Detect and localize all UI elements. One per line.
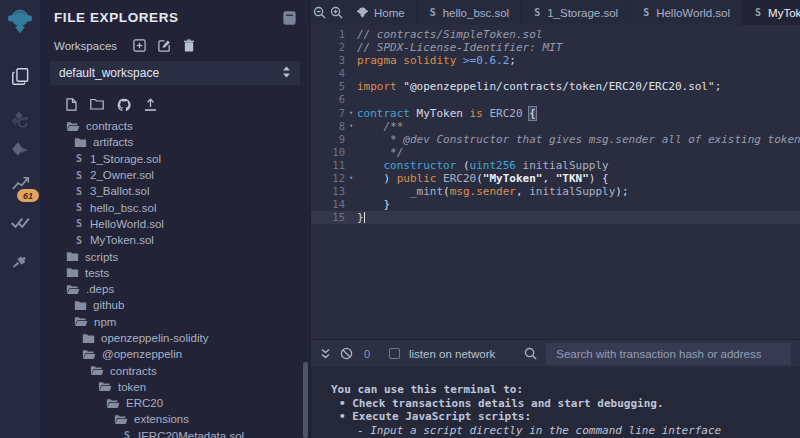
transaction-search-input[interactable] <box>546 343 791 365</box>
analytics-badge: 61 <box>17 189 39 202</box>
tab-MyToken.s[interactable]: SMyToken.s <box>742 0 800 25</box>
code-line-8[interactable]: 8▾ /** <box>311 120 800 133</box>
remix-ide-window: 61 FILE EXPLORERS Wo <box>0 0 800 438</box>
code-line-5[interactable]: 5import "@openzeppelin/contracts/token/E… <box>311 80 800 93</box>
deploy-run-icon[interactable] <box>0 135 40 165</box>
code-line-1[interactable]: 1// contracts/SimpleToken.sol <box>311 28 800 41</box>
file-explorer-icon[interactable] <box>0 61 40 91</box>
tree-item-artifacts[interactable]: artifacts <box>40 134 310 150</box>
code-text: pragma solidity >=0.6.2; <box>357 54 516 67</box>
tree-item-ERC20[interactable]: ERC20 <box>40 395 310 411</box>
tree-item-MyToken.sol[interactable]: SMyToken.sol <box>40 232 310 248</box>
line-number: 12 <box>311 172 345 185</box>
line-number: 2 <box>311 41 345 54</box>
analytics-chart-icon[interactable]: 61 <box>0 167 40 197</box>
code-line-2[interactable]: 2// SPDX-License-Identifier: MIT <box>311 41 800 54</box>
new-folder-icon[interactable] <box>90 98 104 112</box>
new-file-icon[interactable] <box>66 98 77 112</box>
upload-file-icon[interactable] <box>144 98 157 112</box>
tree-item-contracts[interactable]: contracts <box>40 362 310 378</box>
zoom-in-icon[interactable] <box>328 0 345 25</box>
zoom-out-icon[interactable] <box>311 0 328 25</box>
tree-item-label: openzeppelin-solidity <box>101 332 208 344</box>
tree-item-github[interactable]: github <box>40 297 310 313</box>
solidity-compiler-icon[interactable] <box>0 105 40 135</box>
delete-workspace-icon[interactable] <box>183 39 195 52</box>
clone-github-icon[interactable] <box>117 98 131 112</box>
workspace-select[interactable]: default_workspace <box>50 61 300 85</box>
code-line-11[interactable]: 11 constructor (uint256 initialSupply <box>311 159 800 172</box>
tree-item-label: artifacts <box>93 136 133 148</box>
tree-item-extensions[interactable]: extensions <box>40 411 310 427</box>
code-line-7[interactable]: 7▾contract MyToken is ERC20 { <box>311 107 800 120</box>
tab-label: 1_Storage.sol <box>547 7 618 19</box>
file-sol-icon: S <box>74 235 84 246</box>
tree-item-1_Storage.sol[interactable]: S1_Storage.sol <box>40 151 310 167</box>
terminal-header: 0 listen on network <box>311 339 800 367</box>
tree-item-openzeppelin-solidity[interactable]: openzeppelin-solidity <box>40 330 310 346</box>
select-updown-icon <box>282 66 291 81</box>
fold-toggle-icon[interactable]: ▾ <box>345 120 357 133</box>
folder-open-icon <box>114 414 128 425</box>
tree-item-.deps[interactable]: .deps <box>40 281 310 297</box>
solidity-file-icon: S <box>753 7 763 18</box>
workspaces-label: Workspaces <box>54 40 117 52</box>
code-line-13[interactable]: 13 _mint(msg.sender, initialSupply); <box>311 185 800 198</box>
tree-item-2_Owner.sol[interactable]: S2_Owner.sol <box>40 167 310 183</box>
code-editor[interactable]: 1// contracts/SimpleToken.sol2// SPDX-Li… <box>311 25 800 339</box>
tree-item-hello_bsc.sol[interactable]: Shello_bsc.sol <box>40 199 310 215</box>
code-text: } <box>357 211 365 224</box>
terminal-output[interactable]: You can use this terminal to:• Check tra… <box>311 367 800 438</box>
code-line-4[interactable]: 4 <box>311 67 800 80</box>
panel-title: FILE EXPLORERS <box>54 10 179 25</box>
tab-hello_bsc.sol[interactable]: Shello_bsc.sol <box>417 0 521 25</box>
static-analysis-checks-icon[interactable] <box>0 208 40 238</box>
code-line-9[interactable]: 9 * @dev Constructor that gives msg.send… <box>311 133 800 146</box>
create-workspace-icon[interactable] <box>133 39 146 52</box>
terminal-line: - Input a script directly in the command… <box>331 424 800 438</box>
code-line-10[interactable]: 10 */ <box>311 146 800 159</box>
solidity-file-icon: S <box>428 7 438 18</box>
line-number: 9 <box>311 133 345 146</box>
code-line-12[interactable]: 12▾ ) public ERC20("MyToken", "TKN") { <box>311 172 800 185</box>
code-line-15[interactable]: 15} <box>311 211 800 224</box>
tree-item-@openzeppelin[interactable]: @openzeppelin <box>40 346 310 362</box>
remix-logo-icon[interactable] <box>0 6 40 36</box>
folder-closed-icon <box>74 300 87 311</box>
line-number: 8 <box>311 120 345 133</box>
code-line-6[interactable]: 6 <box>311 93 800 106</box>
tree-item-3_Ballot.sol[interactable]: S3_Ballot.sol <box>40 183 310 199</box>
tree-item-label: token <box>118 381 146 393</box>
tree-item-npm[interactable]: npm <box>40 314 310 330</box>
book-docs-icon[interactable] <box>283 11 296 25</box>
code-line-3[interactable]: 3pragma solidity >=0.6.2; <box>311 54 800 67</box>
tree-item-label: ERC20 <box>126 397 163 409</box>
listen-on-network-checkbox[interactable] <box>389 348 400 359</box>
line-number: 10 <box>311 146 345 159</box>
file-sol-icon: S <box>74 170 84 181</box>
code-text: constructor (uint256 initialSupply <box>357 159 609 172</box>
plugin-plug-icon[interactable] <box>0 248 40 278</box>
tab-Home[interactable]: Home <box>345 0 417 25</box>
tab-HelloWorld.sol[interactable]: SHelloWorld.sol <box>630 0 742 25</box>
tree-item-label: MyToken.sol <box>90 234 154 246</box>
terminal-clear-icon[interactable] <box>340 347 353 360</box>
code-line-14[interactable]: 14 } <box>311 198 800 211</box>
tree-item-token[interactable]: token <box>40 379 310 395</box>
tree-item-IERC20Metadata.sol[interactable]: SIERC20Metadata.sol <box>40 428 310 438</box>
rename-workspace-icon[interactable] <box>158 39 171 52</box>
folder-open-icon <box>90 365 104 376</box>
fold-toggle-icon[interactable]: ▾ <box>345 172 357 185</box>
terminal-expand-icon[interactable] <box>320 348 331 360</box>
tab-1_Storage.sol[interactable]: S1_Storage.sol <box>521 0 630 25</box>
tree-item-scripts[interactable]: scripts <box>40 248 310 264</box>
code-text: ) public ERC20("MyToken", "TKN") { <box>357 172 609 185</box>
fold-toggle-icon[interactable]: ▾ <box>345 107 357 120</box>
file-panel-scrollbar[interactable] <box>303 362 308 438</box>
line-number: 14 <box>311 198 345 211</box>
folder-closed-icon <box>66 251 79 262</box>
tree-item-tests[interactable]: tests <box>40 265 310 281</box>
tree-item-HelloWorld.sol[interactable]: SHelloWorld.sol <box>40 216 310 232</box>
tree-item-contracts[interactable]: contracts <box>40 118 310 134</box>
code-text: } <box>357 198 390 211</box>
